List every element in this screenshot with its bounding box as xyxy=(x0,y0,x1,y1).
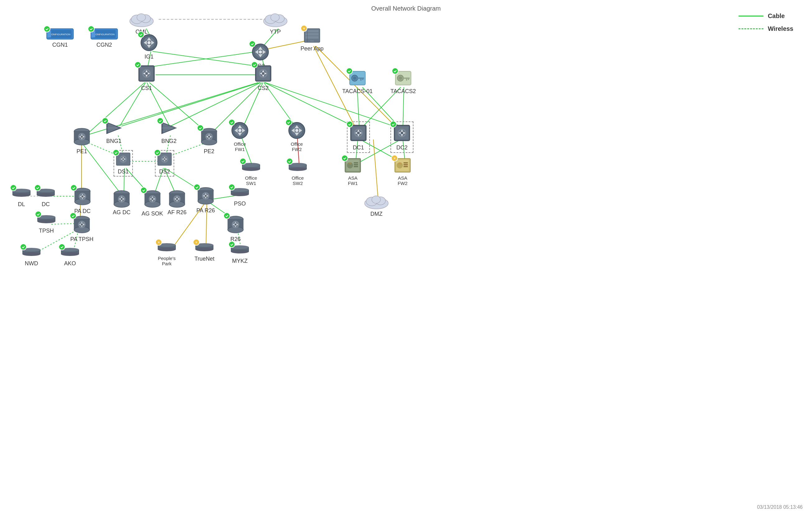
node-CS2[interactable]: CS2 xyxy=(254,64,273,91)
status-IG1 xyxy=(138,31,144,38)
node-CGN2[interactable]: CONFIGURATION CGN2 xyxy=(90,28,118,48)
legend-cable: Cable xyxy=(738,12,793,20)
node-DC2[interactable]: DC2 xyxy=(390,121,413,153)
svg-point-196 xyxy=(231,192,249,196)
svg-point-96 xyxy=(353,77,356,80)
node-BNG2[interactable]: BNG2 xyxy=(159,120,179,144)
status-PE2 xyxy=(197,125,204,131)
node-PADC[interactable]: PA DC xyxy=(73,187,92,215)
status-DC2 xyxy=(390,121,397,128)
node-CGN1[interactable]: CONFIGURATION CGN1 xyxy=(46,28,74,48)
node-DS1[interactable]: DS1 xyxy=(114,150,133,177)
svg-point-152 xyxy=(347,162,353,168)
node-DL[interactable]: DL xyxy=(12,187,30,208)
svg-rect-97 xyxy=(357,78,364,79)
PeerApp-label: Peer App xyxy=(300,46,324,52)
status-ASAFW1 xyxy=(341,155,348,162)
DS2-label: DS2 xyxy=(159,168,170,175)
node-ASAFW1[interactable]: ASA FW1 xyxy=(344,157,362,186)
node-PAR26[interactable]: PA R26 xyxy=(196,186,215,214)
wireless-line-icon xyxy=(738,28,763,29)
svg-text:✕: ✕ xyxy=(195,241,198,244)
node-YTP[interactable]: YTP xyxy=(261,9,289,35)
node-AGDC[interactable]: AG DC xyxy=(112,189,131,216)
DC-label: DC xyxy=(42,201,50,208)
node-AFR26[interactable]: AF R26 xyxy=(167,189,187,216)
node-TrueNet[interactable]: ✕ TrueNet xyxy=(195,241,214,262)
node-PeoplesP[interactable]: ✕ People's Park xyxy=(158,241,176,266)
node-PeerApp[interactable]: ✕ →← Peer App xyxy=(300,27,324,52)
node-ASAFW2[interactable]: ✕ ASA FW2 xyxy=(394,157,412,186)
svg-rect-160 xyxy=(404,162,408,163)
CS2-label: CS2 xyxy=(258,85,268,91)
status-OfficeFW1 xyxy=(228,119,235,126)
TACACS01-label: TACACS-01 xyxy=(342,88,373,94)
DMZ-label: DMZ xyxy=(371,211,383,217)
MYKZ-label: MYKZ xyxy=(232,258,248,264)
node-DC[interactable]: DC xyxy=(37,187,55,208)
OfficeSW1-label: Office SW1 xyxy=(245,175,257,186)
AGDC-label: AG DC xyxy=(113,209,130,216)
node-PSO[interactable]: PSO xyxy=(231,186,249,207)
PE1-label: PE1 xyxy=(77,148,87,155)
svg-rect-103 xyxy=(403,78,410,79)
node-TACACS01[interactable]: TACACS-01 xyxy=(342,70,373,94)
node-R26[interactable]: R26 xyxy=(226,215,245,243)
BNG1-label: BNG1 xyxy=(106,138,121,144)
PAR26-label: PA R26 xyxy=(196,207,215,214)
status-DC1 xyxy=(346,121,353,128)
CS1-label: CS1 xyxy=(141,85,152,91)
router-drum-icon xyxy=(167,189,187,209)
node-DMZ[interactable]: DMZ xyxy=(362,191,390,217)
diagram-title: Overall Network Diagram xyxy=(371,5,440,12)
status-PADC xyxy=(70,184,77,191)
status-DS1 xyxy=(113,149,119,156)
node-DS2[interactable]: DS2 xyxy=(155,150,174,177)
svg-text:✕: ✕ xyxy=(157,241,160,244)
PSO-label: PSO xyxy=(234,200,246,207)
svg-point-213 xyxy=(372,196,380,203)
node-AGSOK[interactable]: AG SOK xyxy=(142,189,163,217)
node-DC1[interactable]: DC1 xyxy=(347,121,370,153)
svg-point-165 xyxy=(12,193,30,197)
node-IG1[interactable]: IG1 xyxy=(140,34,158,60)
DC2-label: DC2 xyxy=(396,144,408,151)
svg-rect-155 xyxy=(354,166,358,167)
cable-label: Cable xyxy=(768,12,785,20)
wireless-label: Wireless xyxy=(768,25,793,32)
node-BNG1[interactable]: BNG1 xyxy=(104,120,123,144)
OfficeFW2-label: Office FW2 xyxy=(291,141,303,152)
node-OfficeFW2[interactable]: Office FW2 xyxy=(288,121,306,152)
svg-point-148 xyxy=(289,167,307,171)
svg-rect-99 xyxy=(362,79,364,80)
YTP-label: YTP xyxy=(270,29,281,35)
cloud-icon xyxy=(362,191,390,210)
svg-rect-105 xyxy=(408,79,409,80)
node-TACACS2[interactable]: TACACS2 xyxy=(390,70,416,94)
PE2-label: PE2 xyxy=(204,148,214,155)
node-NWD[interactable]: NWD xyxy=(22,246,40,267)
status-TACACS2 xyxy=(392,67,399,75)
status-OfficeSW2 xyxy=(286,158,293,165)
node-OfficeFW1[interactable]: Office FW1 xyxy=(231,121,249,152)
status-OfficeSW1 xyxy=(239,158,246,165)
node-CS1[interactable]: CS1 xyxy=(137,64,156,91)
router-drum-icon xyxy=(112,189,131,209)
cloud-icon xyxy=(127,9,155,28)
node-OfficeSW1[interactable]: Office SW1 xyxy=(242,160,260,186)
status-ASAFW2: ✕ xyxy=(391,155,398,162)
node-MYKZ[interactable]: MYKZ xyxy=(231,243,249,264)
node-TPSH[interactable]: TPSH xyxy=(37,213,55,234)
node-PATPSH[interactable]: PA TPSH xyxy=(70,215,93,243)
node-PE1[interactable]: PE1 xyxy=(72,127,91,155)
svg-point-144 xyxy=(242,167,260,171)
node-OfficeSW2[interactable]: Office SW2 xyxy=(289,160,307,186)
status-DS2 xyxy=(154,149,161,156)
AGSOK-label: AG SOK xyxy=(142,211,163,217)
status-PeoplesP: ✕ xyxy=(155,239,162,246)
status-PAR26 xyxy=(194,184,200,191)
svg-point-75 xyxy=(147,41,151,44)
node-AKO[interactable]: AKO xyxy=(61,246,79,267)
node-PE2[interactable]: PE2 xyxy=(199,127,219,155)
svg-rect-153 xyxy=(354,162,358,163)
